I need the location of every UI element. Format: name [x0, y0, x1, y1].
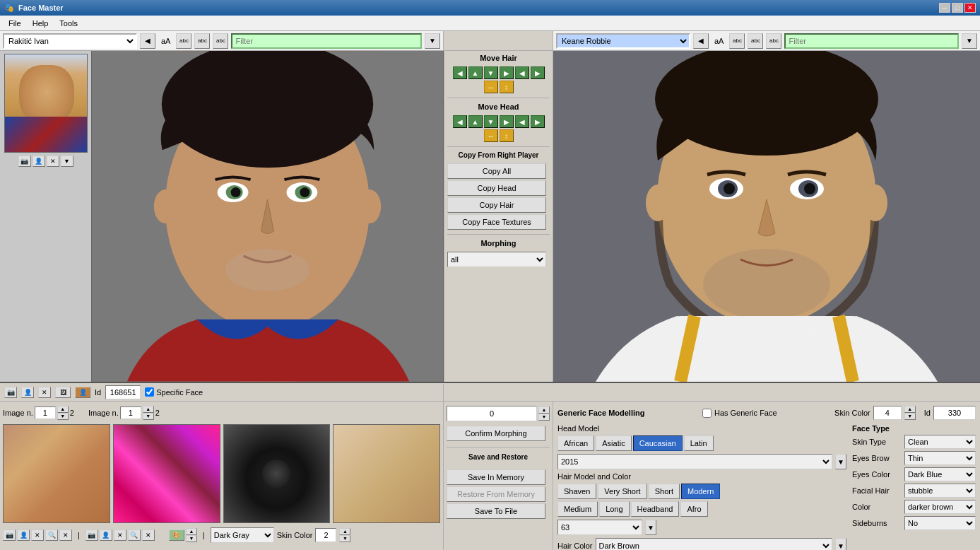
bottom-tool-1[interactable]: 📷	[4, 387, 17, 398]
img-tool-6[interactable]: 📷	[85, 529, 98, 541]
bottom-tool-4[interactable]: 🖼	[55, 387, 71, 398]
bottom-tool-face[interactable]: 👤	[75, 387, 90, 398]
copy-face-textures-button[interactable]: Copy Face Textures	[447, 214, 546, 230]
sc-up[interactable]: ▲	[904, 406, 916, 413]
eyes-color-select[interactable]: Dark Blue	[904, 467, 976, 481]
has-generic-face-checkbox[interactable]	[702, 409, 712, 418]
right-filter-input[interactable]	[784, 33, 959, 49]
hair-left2-btn[interactable]: ◀	[515, 66, 529, 79]
head-caucasian-btn[interactable]: Caucasian	[633, 435, 683, 451]
dark-gray-select[interactable]: Dark Gray	[211, 527, 274, 543]
left-abc1-btn[interactable]: abc	[176, 33, 191, 49]
left-filter-arrow[interactable]: ▼	[425, 33, 440, 49]
hair-down-btn[interactable]: ▼	[484, 66, 498, 79]
sc-down[interactable]: ▼	[904, 413, 916, 420]
copy-head-button[interactable]: Copy Head	[447, 180, 546, 196]
hair-short-btn[interactable]: Short	[649, 484, 680, 499]
left-abc3-btn[interactable]: abc	[213, 33, 228, 49]
head-african-btn[interactable]: African	[557, 435, 594, 451]
special-down[interactable]: ▼	[186, 535, 197, 542]
specific-face-checkbox[interactable]	[145, 387, 154, 397]
head-special2-btn[interactable]: ↕	[500, 129, 514, 142]
hair-left-btn[interactable]: ◀	[453, 66, 467, 79]
thumb-btn-3[interactable]: ✕	[47, 156, 59, 167]
left-id-input[interactable]	[105, 385, 141, 399]
hair-afro-btn[interactable]: Afro	[680, 501, 707, 517]
right-abc1-btn[interactable]: abc	[729, 33, 745, 49]
right-filter-arrow[interactable]: ▼	[962, 33, 977, 49]
hair-right-btn[interactable]: ▶	[500, 66, 514, 79]
menu-file[interactable]: File	[3, 18, 27, 29]
facial-hair-select[interactable]: stubble	[904, 484, 976, 498]
hair-vshort-btn[interactable]: Very Short	[598, 484, 647, 499]
head-up-btn[interactable]: ▲	[468, 115, 483, 128]
head-down-btn[interactable]: ▼	[484, 115, 498, 128]
hair-shaven-btn[interactable]: Shaven	[557, 484, 596, 499]
thumb-btn-1[interactable]: 📷	[18, 156, 31, 167]
restore-memory-button[interactable]: Restore From Memory	[447, 486, 545, 502]
right-player-nav-btn[interactable]: ◀	[693, 33, 709, 49]
image-n1-up[interactable]: ▲	[57, 406, 69, 413]
head-left2-btn[interactable]: ◀	[515, 115, 529, 128]
copy-all-button[interactable]: Copy All	[447, 163, 546, 179]
skin-color-right-input[interactable]	[873, 406, 902, 420]
img-tool-3[interactable]: ✕	[31, 529, 44, 541]
save-memory-button[interactable]: Save In Memory	[447, 469, 545, 485]
eyes-brow-select[interactable]: Thin	[904, 451, 976, 465]
hair-num-dropdown[interactable]: ▼	[645, 520, 656, 535]
img-tool-8[interactable]: ✕	[114, 529, 126, 541]
menu-help[interactable]: Help	[27, 18, 54, 29]
head-latin-btn[interactable]: Latin	[684, 435, 714, 451]
color-select[interactable]: darker brown	[904, 500, 976, 514]
hair-modern-btn[interactable]: Modern	[681, 484, 720, 499]
skin-color-down[interactable]: ▼	[339, 535, 350, 542]
thumb-btn-2[interactable]: 👤	[33, 156, 45, 167]
head-right-btn[interactable]: ▶	[500, 115, 514, 128]
left-abc2-btn[interactable]: abc	[194, 33, 210, 49]
hair-color-number-select[interactable]: 63	[557, 520, 642, 535]
right-abc2-btn[interactable]: abc	[748, 33, 763, 49]
left-player-nav-btn[interactable]: ◀	[140, 33, 155, 49]
hair-right2-btn[interactable]: ▶	[531, 66, 545, 79]
year-dropdown-btn[interactable]: ▼	[835, 454, 846, 469]
hair-headband-btn[interactable]: Headband	[631, 501, 680, 517]
special-tool-1[interactable]: 🎨	[169, 529, 184, 541]
confirm-morphing-button[interactable]: Confirm Morphing	[447, 426, 545, 441]
special-up[interactable]: ▲	[186, 528, 197, 535]
hair-medium-btn[interactable]: Medium	[557, 501, 598, 517]
img-tool-2[interactable]: 👤	[17, 529, 30, 541]
morphing-select[interactable]: all	[447, 252, 546, 267]
img-tool-10[interactable]: ✕	[142, 529, 155, 541]
skin-type-select[interactable]: Clean	[904, 435, 976, 449]
sideburns-select[interactable]: No	[904, 516, 976, 530]
image-n2-input[interactable]	[120, 406, 141, 419]
img-tool-7[interactable]: 👤	[100, 529, 112, 541]
left-player-dropdown[interactable]: Rakitić Ivan	[3, 33, 137, 49]
hair-long-btn[interactable]: Long	[599, 501, 629, 517]
morphing-value-input[interactable]	[447, 406, 537, 421]
right-player-dropdown[interactable]: Keane Robbie	[556, 33, 690, 49]
save-file-button[interactable]: Save To File	[447, 503, 545, 519]
hair-up-btn[interactable]: ▲	[468, 66, 483, 79]
img-tool-5[interactable]: ✕	[59, 529, 72, 541]
right-abc3-btn[interactable]: abc	[766, 33, 781, 49]
face-thumb-2[interactable]	[113, 424, 220, 523]
morphing-up[interactable]: ▲	[538, 406, 550, 414]
copy-hair-button[interactable]: Copy Hair	[447, 197, 546, 213]
img-tool-1[interactable]: 📷	[3, 529, 16, 541]
head-right2-btn[interactable]: ▶	[531, 115, 545, 128]
morphing-down[interactable]: ▼	[538, 414, 550, 421]
left-filter-input[interactable]	[231, 33, 422, 49]
right-id-input[interactable]	[933, 406, 976, 420]
hair-color-dropdown[interactable]: ▼	[835, 538, 846, 550]
bottom-tool-3[interactable]: ✕	[38, 387, 51, 398]
img-tool-4[interactable]: 🔍	[45, 529, 58, 541]
minimize-button[interactable]: ─	[939, 3, 950, 13]
skin-color-input-bottom[interactable]	[315, 528, 336, 542]
bottom-tool-2[interactable]: 👤	[21, 387, 34, 398]
head-left-btn[interactable]: ◀	[453, 115, 467, 128]
image-n1-down[interactable]: ▼	[57, 413, 69, 420]
close-button[interactable]: ✕	[964, 3, 976, 13]
image-n2-up[interactable]: ▲	[143, 406, 154, 413]
face-thumb-3[interactable]	[223, 424, 331, 523]
